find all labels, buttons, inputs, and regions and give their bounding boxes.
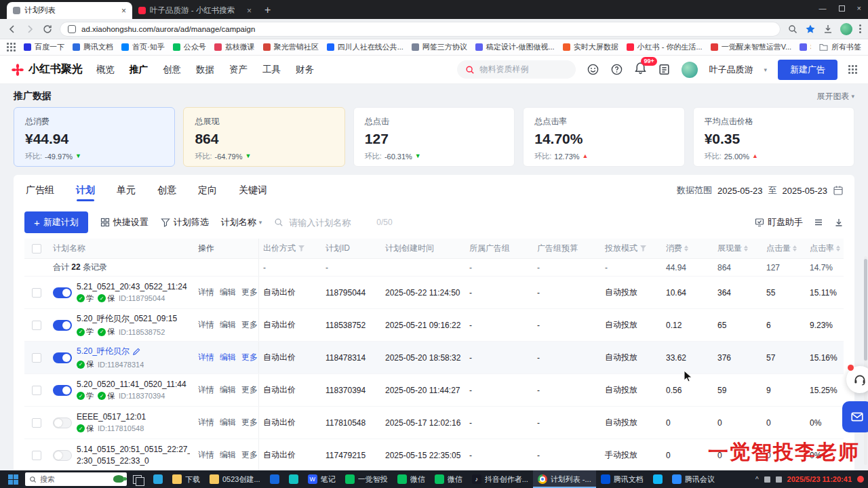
tray-expand-icon[interactable]: ^ bbox=[755, 476, 759, 483]
plan-name[interactable]: EEEE_0517_12:01 bbox=[77, 412, 146, 422]
taskbar-item[interactable]: 计划列表 -... bbox=[533, 470, 596, 488]
new-ad-button[interactable]: 新建广告 bbox=[778, 60, 837, 80]
download-icon[interactable] bbox=[834, 218, 844, 227]
sort-icon[interactable] bbox=[744, 245, 748, 251]
plan-name-input[interactable] bbox=[288, 217, 372, 228]
taskbar-item[interactable]: 0523创建... bbox=[205, 470, 265, 488]
taskbar-search[interactable]: 搜索 bbox=[25, 472, 127, 486]
zoom-icon[interactable] bbox=[787, 24, 798, 35]
date-range[interactable]: 数据范围 2025-05-23 至 2025-05-23 bbox=[677, 184, 844, 197]
stat-card-total-cost[interactable]: 总消费¥44.94环比:-49.97%▼ bbox=[14, 107, 175, 167]
plan-name[interactable]: 5.21_0521_20:43_0522_11:24 bbox=[77, 282, 187, 291]
action-edit[interactable]: 编辑 bbox=[220, 352, 236, 363]
taskbar-item[interactable]: 一觉智投 bbox=[340, 470, 393, 488]
nav-assets[interactable]: 资产 bbox=[229, 64, 248, 76]
action-edit[interactable]: 编辑 bbox=[220, 384, 236, 396]
app-logo[interactable]: 小红书聚光 bbox=[11, 62, 83, 77]
nav-data[interactable]: 数据 bbox=[196, 64, 214, 76]
plan-toggle[interactable] bbox=[53, 385, 72, 396]
tab-plan[interactable]: 计划 bbox=[75, 176, 96, 205]
site-info-icon[interactable] bbox=[68, 25, 76, 33]
row-checkbox[interactable] bbox=[32, 418, 41, 428]
row-checkbox[interactable] bbox=[32, 386, 41, 395]
action-detail[interactable]: 详情 bbox=[198, 384, 214, 396]
plan-toggle[interactable] bbox=[53, 320, 72, 331]
taskbar-item[interactable]: 微信 bbox=[393, 470, 430, 488]
taskbar-item[interactable]: W笔记 bbox=[303, 470, 340, 488]
service-smiley-icon[interactable] bbox=[587, 63, 599, 76]
browser-menu-icon[interactable] bbox=[859, 24, 861, 33]
header-search[interactable]: 物料资质样例 bbox=[457, 60, 576, 79]
message-button[interactable] bbox=[842, 401, 868, 432]
bookmark-item[interactable]: 百度一下 bbox=[24, 42, 64, 52]
name-field-select[interactable]: 计划名称 ▾ bbox=[221, 216, 262, 228]
row-checkbox[interactable] bbox=[32, 451, 41, 460]
taskbar-item[interactable]: ♪抖音创作者... bbox=[467, 470, 533, 488]
bookmark-item[interactable]: 腾讯文档 bbox=[73, 42, 113, 52]
plan-toggle[interactable] bbox=[53, 352, 72, 363]
action-detail[interactable]: 详情 bbox=[198, 449, 214, 461]
action-more[interactable]: 更多 bbox=[241, 352, 258, 363]
downloads-icon[interactable] bbox=[823, 24, 833, 35]
plan-filter-button[interactable]: 计划筛选 bbox=[161, 216, 209, 228]
stat-card-total-clicks[interactable]: 总点击127环比:-60.31%▼ bbox=[353, 107, 515, 167]
plan-name[interactable]: 5.20_0520_11:41_0520_11:44 bbox=[77, 380, 186, 389]
plan-name[interactable]: 5.20_呼伦贝尔 bbox=[77, 346, 144, 357]
action-more[interactable]: 更多 bbox=[241, 384, 258, 396]
action-more[interactable]: 更多 bbox=[241, 319, 258, 331]
row-checkbox[interactable] bbox=[32, 353, 41, 363]
taskbar-item[interactable] bbox=[648, 470, 667, 488]
calendar-icon[interactable] bbox=[833, 185, 844, 196]
nav-overview[interactable]: 概览 bbox=[96, 64, 115, 76]
bookmark-item[interactable]: 网签三方协议 bbox=[412, 42, 467, 52]
tab-unit[interactable]: 单元 bbox=[115, 176, 137, 205]
action-edit[interactable]: 编辑 bbox=[220, 319, 236, 331]
scrollbar-thumb[interactable] bbox=[864, 259, 867, 361]
tab-close-icon[interactable]: × bbox=[247, 6, 252, 16]
tab-targeting[interactable]: 定向 bbox=[197, 176, 218, 205]
forward-icon[interactable] bbox=[24, 24, 35, 35]
account-name[interactable]: 叶子品质游 bbox=[709, 64, 753, 76]
taskbar-item[interactable]: 腾讯会议 bbox=[667, 470, 719, 488]
plan-toggle[interactable] bbox=[53, 450, 72, 461]
bookmark-item[interactable]: 首页·知乎 bbox=[121, 42, 165, 52]
action-more[interactable]: 更多 bbox=[241, 449, 258, 461]
taskbar-item[interactable] bbox=[149, 470, 167, 488]
action-more[interactable]: 更多 bbox=[241, 417, 258, 428]
maximize-button[interactable] bbox=[839, 5, 845, 12]
app-grid-icon[interactable] bbox=[848, 65, 857, 74]
tab-creative[interactable]: 创意 bbox=[156, 176, 178, 205]
help-icon[interactable] bbox=[610, 63, 623, 76]
network-icon[interactable] bbox=[764, 476, 770, 483]
nav-promotion[interactable]: 推广 bbox=[130, 64, 148, 76]
row-checkbox[interactable] bbox=[32, 321, 41, 330]
bookmark-item[interactable]: 实时大屏数据 bbox=[563, 42, 618, 52]
action-edit[interactable]: 编辑 bbox=[220, 449, 236, 461]
bookmark-item[interactable]: 小红书 - 你的生活... bbox=[627, 42, 703, 52]
nav-creative[interactable]: 创意 bbox=[163, 64, 181, 76]
stat-card-avg-cpc[interactable]: 平均点击价格¥0.35环比:25.00%▲ bbox=[693, 107, 854, 167]
action-edit[interactable]: 编辑 bbox=[220, 417, 236, 428]
all-bookmarks[interactable]: 所有书签 bbox=[819, 42, 861, 52]
action-detail[interactable]: 详情 bbox=[198, 352, 214, 363]
new-tab-button[interactable]: + bbox=[264, 4, 271, 16]
bookmark-item[interactable]: 聚光营销社区 bbox=[263, 42, 319, 52]
tab-close-icon[interactable]: × bbox=[121, 6, 126, 16]
volume-icon[interactable] bbox=[776, 476, 782, 483]
sort-icon[interactable] bbox=[836, 245, 840, 251]
monitor-assistant-button[interactable]: 盯盘助手 bbox=[755, 216, 803, 228]
plan-name-search[interactable]: 0/50 bbox=[274, 217, 392, 228]
nav-tools[interactable]: 工具 bbox=[262, 64, 281, 76]
account-avatar[interactable] bbox=[682, 62, 698, 78]
sort-icon[interactable] bbox=[684, 245, 688, 251]
task-view-button[interactable] bbox=[130, 474, 145, 485]
sort-icon[interactable] bbox=[793, 245, 797, 251]
notification-count-dot[interactable] bbox=[857, 476, 864, 483]
nav-finance[interactable]: 财务 bbox=[296, 64, 314, 76]
browser-tab-2[interactable]: 叶子品质游 - 小红书搜索 × bbox=[132, 2, 258, 19]
date-end[interactable]: 2025-05-23 bbox=[783, 186, 828, 196]
vertical-scrollbar[interactable] bbox=[864, 256, 867, 465]
bookmark-star-icon[interactable] bbox=[805, 24, 816, 35]
taskbar-item[interactable]: 腾讯文档 bbox=[596, 470, 648, 488]
row-checkbox[interactable] bbox=[32, 288, 41, 298]
